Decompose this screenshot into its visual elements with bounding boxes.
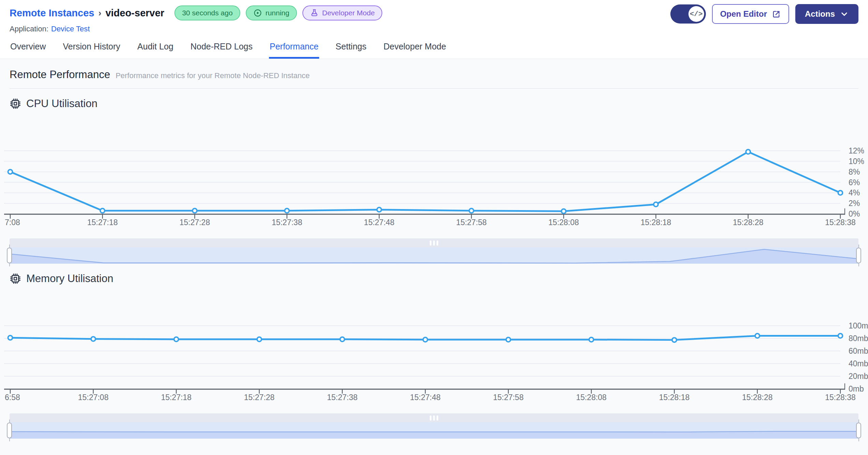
page-header: Remote Instances › video-server 30 secon…	[0, 0, 868, 59]
gridlines	[4, 326, 840, 376]
y-axis-labels: 0mb20mb40mb60mb80mb100mb	[849, 321, 868, 393]
breadcrumb-current: video-server	[105, 8, 165, 19]
y-tick-label: 10%	[849, 157, 864, 166]
actions-button[interactable]: Actions	[795, 4, 858, 24]
open-editor-button[interactable]: Open Editor	[712, 4, 789, 24]
badge-label: 30 seconds ago	[182, 9, 232, 17]
grip-icon	[437, 240, 438, 246]
external-link-icon	[772, 10, 781, 19]
gridlines	[4, 151, 840, 203]
navigator-area	[10, 249, 858, 264]
cpu-section-heading: CPU Utilisation	[10, 98, 858, 110]
tab-overview[interactable]: Overview	[10, 41, 46, 59]
y-tick-label: 2%	[849, 199, 860, 208]
memory-navigator-drag-strip[interactable]	[10, 413, 858, 422]
badge-label: running	[266, 9, 289, 17]
x-axis: 6:5815:27:0815:27:1815:27:2815:27:3815:2…	[4, 383, 856, 402]
memory-range-navigator[interactable]	[10, 413, 858, 439]
tab-bar: OverviewVersion HistoryAudit LogNode-RED…	[0, 33, 868, 59]
status-badges: 30 seconds agorunningDeveloper Mode	[174, 5, 382, 20]
x-tick-label: 15:27:28	[244, 393, 275, 402]
flask-icon	[310, 9, 319, 17]
memory-utilisation-chart[interactable]: 6:5815:27:0815:27:1815:27:2815:27:3815:2…	[0, 285, 868, 402]
breadcrumb: Remote Instances › video-server	[10, 8, 164, 19]
navigator-line	[10, 431, 858, 432]
x-tick-label: 15:28:38	[825, 393, 856, 402]
tab-developer-mode[interactable]: Developer Mode	[383, 41, 446, 59]
cpu-range-navigator[interactable]	[10, 238, 858, 264]
navigator-area	[10, 431, 858, 439]
actions-label: Actions	[805, 9, 835, 19]
x-tick-label: 15:28:18	[659, 393, 690, 402]
memory-navigator-left-handle[interactable]	[7, 423, 12, 438]
code-icon: </>	[688, 6, 704, 22]
cpu-utilisation-chart[interactable]: 7:0815:27:1815:27:2815:27:3815:27:4815:2…	[0, 110, 868, 228]
cpu-chip-icon	[10, 98, 21, 109]
section-header: Remote Performance Performance metrics f…	[10, 59, 858, 89]
cpu-navigator-preview[interactable]	[10, 247, 858, 264]
x-tick-label: 15:27:18	[87, 218, 118, 227]
cpu-navigator-left-handle[interactable]	[7, 248, 12, 263]
series-line	[10, 152, 840, 211]
memory-navigator-preview[interactable]	[10, 422, 858, 439]
memory-section-title: Memory Utilisation	[26, 273, 113, 285]
data-points	[8, 150, 843, 214]
memory-chip-icon	[10, 273, 21, 284]
editor-availability-toggle[interactable]: </>	[670, 4, 706, 24]
x-tick-label: 7:08	[5, 218, 20, 227]
x-tick-label: 15:27:48	[364, 218, 395, 227]
grip-icon	[433, 240, 435, 246]
grip-icon	[430, 240, 431, 246]
page-title: Remote Performance	[10, 69, 110, 81]
x-tick-label: 15:28:38	[825, 218, 856, 227]
tab-audit-log[interactable]: Audit Log	[137, 41, 174, 59]
grip-icon	[430, 415, 431, 421]
cpu-navigator-right-handle[interactable]	[856, 248, 861, 263]
tab-settings[interactable]: Settings	[335, 41, 367, 59]
x-tick-label: 15:27:58	[493, 393, 524, 402]
open-editor-label: Open Editor	[720, 9, 767, 19]
grip-icon	[433, 415, 435, 421]
breadcrumb-parent-link[interactable]: Remote Instances	[10, 8, 94, 19]
x-tick-label: 6:58	[5, 393, 20, 402]
y-tick-label: 40mb	[849, 359, 868, 368]
badge-label: Developer Mode	[322, 9, 375, 17]
y-tick-label: 80mb	[849, 334, 868, 343]
x-tick-label: 15:28:08	[576, 393, 607, 402]
content: Remote Performance Performance metrics f…	[0, 59, 868, 439]
cpu-navigator-drag-strip[interactable]	[10, 238, 858, 247]
x-tick-label: 15:27:18	[161, 393, 192, 402]
x-tick-label: 15:28:18	[641, 218, 671, 227]
grip-icon	[437, 415, 438, 421]
x-tick-label: 15:27:38	[327, 393, 358, 402]
x-tick-label: 15:28:08	[549, 218, 579, 227]
y-axis-labels: 0%2%4%6%8%10%12%	[849, 146, 864, 218]
play-circle-icon	[253, 9, 262, 17]
memory-navigator-right-handle[interactable]	[856, 423, 861, 438]
y-tick-label: 6%	[849, 178, 860, 187]
tab-performance[interactable]: Performance	[269, 41, 319, 59]
cpu-section-title: CPU Utilisation	[26, 98, 97, 110]
x-tick-label: 15:27:38	[272, 218, 302, 227]
x-tick-label: 15:28:28	[742, 393, 773, 402]
y-tick-label: 8%	[849, 167, 860, 176]
tab-version-history[interactable]: Version History	[62, 41, 121, 59]
y-tick-label: 12%	[849, 146, 864, 155]
status-badge-30-seconds-ago: 30 seconds ago	[174, 5, 240, 20]
memory-section-heading: Memory Utilisation	[10, 273, 858, 285]
y-tick-label: 0%	[849, 209, 860, 218]
header-controls: </> Open Editor Actions	[670, 4, 858, 24]
x-tick-label: 15:27:58	[456, 218, 487, 227]
y-tick-label: 60mb	[849, 347, 868, 355]
x-tick-label: 15:27:48	[410, 393, 441, 402]
application-link[interactable]: Device Test	[51, 25, 90, 33]
y-tick-label: 20mb	[849, 372, 868, 381]
chevron-down-icon	[840, 10, 849, 19]
status-badge-running: running	[246, 5, 297, 20]
x-tick-label: 15:28:28	[733, 218, 764, 227]
y-tick-label: 100mb	[849, 321, 868, 330]
status-badge-developer-mode: Developer Mode	[302, 5, 382, 20]
page-subtitle: Performance metrics for your Remote Node…	[116, 71, 310, 80]
y-tick-label: 0mb	[849, 384, 864, 393]
tab-node-red-logs[interactable]: Node-RED Logs	[190, 41, 253, 59]
